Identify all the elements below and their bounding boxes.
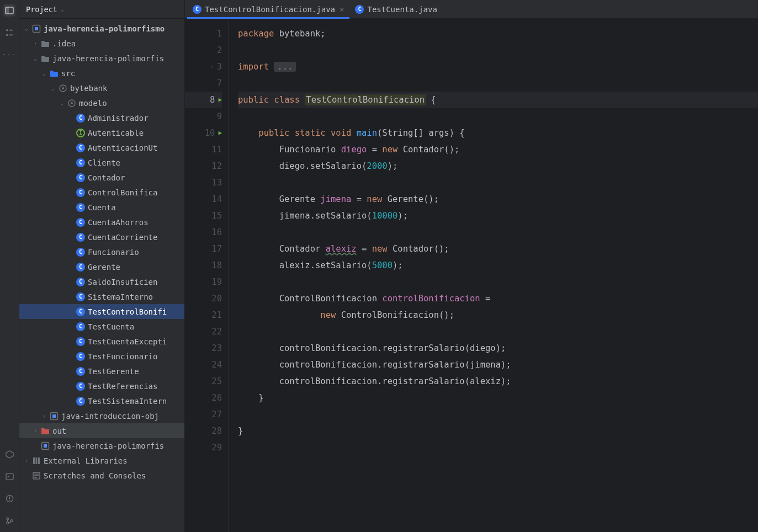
editor-tab[interactable]: TestControlBonificacion.java× [187, 0, 349, 19]
tree-chevron-icon[interactable]: ⌄ [49, 85, 57, 91]
code-line[interactable]: controlBonificacion.registrarSalario(die… [238, 340, 758, 357]
tree-item[interactable]: ›java-introduccion-obj [19, 408, 184, 423]
code-line[interactable]: jimena.setSalario(10000); [238, 208, 758, 224]
code-line[interactable]: Gerente jimena = new Gerente(); [238, 191, 758, 208]
editor-code[interactable]: package bytebank; import ... public clas… [229, 19, 758, 532]
tree-item[interactable]: Contador [19, 170, 184, 185]
code-line[interactable]: } [238, 390, 758, 406]
code-line[interactable]: ControlBonificacion controlBonificacion … [238, 290, 758, 307]
tree-item[interactable]: Cliente [19, 155, 184, 170]
tree-chevron-icon[interactable]: ⌄ [23, 25, 30, 31]
code-line[interactable]: controlBonificacion.registrarSalario(jim… [238, 357, 758, 373]
code-line[interactable] [238, 108, 758, 125]
tree-item[interactable]: ControlBonifica [19, 185, 184, 200]
tree-item[interactable]: SaldoInsuficien [19, 274, 184, 289]
code-line[interactable]: public static void main(String[] args) { [238, 125, 758, 141]
gutter-line[interactable]: 19 [185, 274, 222, 290]
more-tools-icon[interactable]: ··· [3, 49, 15, 61]
vcs-tool-icon[interactable] [3, 514, 15, 526]
tree-item[interactable]: TestGerente [19, 364, 184, 379]
gutter-line[interactable]: 15 [185, 208, 222, 224]
code-line[interactable]: alexiz.setSalario(5000); [238, 257, 758, 274]
gutter-line[interactable]: 23 [185, 340, 222, 357]
tree-item[interactable]: Gerente [19, 259, 184, 274]
tree-item[interactable]: ›.idea [19, 36, 184, 51]
gutter-line[interactable]: 14 [185, 191, 222, 208]
services-tool-icon[interactable] [3, 448, 15, 460]
code-line[interactable] [238, 323, 758, 340]
structure-tool-icon[interactable] [3, 26, 15, 39]
tree-item[interactable]: TestControlBonifi [19, 304, 184, 319]
code-line[interactable] [238, 174, 758, 191]
tree-item[interactable]: Administrador [19, 110, 184, 125]
tree-item[interactable]: TestSistemaIntern [19, 393, 184, 408]
code-line[interactable]: import ... [238, 58, 758, 75]
tree-chevron-icon[interactable]: ⌄ [58, 100, 66, 106]
tree-item[interactable]: ⌄modelo [19, 95, 184, 110]
tree-item[interactable]: CuentaAhorros [19, 215, 184, 230]
tree-item[interactable]: SistemaInterno [19, 289, 184, 304]
code-line[interactable] [238, 439, 758, 456]
code-line[interactable] [238, 224, 758, 241]
tree-chevron-icon[interactable]: › [40, 413, 48, 419]
tree-chevron-icon[interactable]: › [23, 457, 30, 464]
problems-tool-icon[interactable] [3, 492, 15, 504]
sidebar-header[interactable]: Project ⌄ [19, 0, 184, 19]
tree-item[interactable]: CuentaCorriente [19, 230, 184, 244]
gutter-line[interactable]: 17 [185, 241, 222, 257]
code-line[interactable]: Funcionario diego = new Contador(); [238, 141, 758, 158]
run-gutter-icon[interactable]: ▶ [218, 92, 222, 108]
project-tree[interactable]: ⌄java-herencia-polimorfismo›.idea⌄java-h… [19, 19, 184, 532]
tree-item[interactable]: TestCuenta [19, 319, 184, 334]
gutter-line[interactable]: 18 [185, 257, 222, 274]
gutter-line[interactable]: 21 [185, 307, 222, 323]
tree-item[interactable]: AutenticacionUt [19, 140, 184, 155]
tree-item[interactable]: TestReferencias [19, 379, 184, 393]
tree-item[interactable]: ⌄bytebank [19, 81, 184, 95]
gutter-line[interactable]: 25 [185, 373, 222, 390]
code-line[interactable]: Contador alexiz = new Contador(); [238, 241, 758, 257]
tree-chevron-icon[interactable]: ⌄ [31, 55, 39, 61]
tree-item[interactable]: Scratches and Consoles [19, 468, 184, 483]
tree-chevron-icon[interactable]: › [31, 40, 39, 46]
editor-tab[interactable]: TestCuenta.java [349, 0, 442, 19]
gutter-line[interactable]: 7 [185, 75, 222, 92]
code-line[interactable] [238, 274, 758, 290]
tree-item[interactable]: ⌄java-herencia-polimorfismo [19, 21, 184, 36]
tree-item[interactable]: ›out [19, 423, 184, 438]
code-line[interactable]: public class TestControlBonificacion { [238, 92, 758, 108]
gutter-line[interactable]: 13 [185, 174, 222, 191]
gutter-line[interactable]: 8▶ [185, 92, 222, 108]
code-line[interactable]: } [238, 423, 758, 439]
gutter-line[interactable]: 10▶ [185, 125, 222, 141]
tree-item[interactable]: ⌄java-herencia-polimorfis [19, 51, 184, 66]
project-tool-icon[interactable] [3, 4, 15, 17]
gutter-line[interactable]: 16 [185, 224, 222, 241]
tree-item[interactable]: ›External Libraries [19, 453, 184, 468]
run-gutter-icon[interactable]: ▶ [218, 125, 222, 141]
code-line[interactable] [238, 42, 758, 58]
gutter-line[interactable]: 26 [185, 390, 222, 406]
tree-item[interactable]: Cuenta [19, 200, 184, 215]
terminal-tool-icon[interactable] [3, 470, 15, 482]
gutter-line[interactable]: 27 [185, 406, 222, 423]
gutter-line[interactable]: 22 [185, 323, 222, 340]
close-icon[interactable]: × [340, 5, 344, 14]
tree-item[interactable]: Funcionario [19, 244, 184, 259]
fold-icon[interactable]: › [210, 58, 214, 75]
gutter-line[interactable]: 9 [185, 108, 222, 125]
tree-item[interactable]: ⌄src [19, 66, 184, 81]
gutter-line[interactable]: 29 [185, 439, 222, 456]
gutter-line[interactable]: 24 [185, 357, 222, 373]
gutter-line[interactable]: 11 [185, 141, 222, 158]
code-line[interactable]: controlBonificacion.registrarSalario(ale… [238, 373, 758, 390]
code-line[interactable] [238, 406, 758, 423]
tree-item[interactable]: TestCuentaExcepti [19, 334, 184, 349]
gutter-line[interactable]: ›3 [185, 58, 222, 75]
gutter-line[interactable]: 28 [185, 423, 222, 439]
gutter-line[interactable]: 20 [185, 290, 222, 307]
tree-item[interactable]: Autenticable [19, 125, 184, 140]
gutter-line[interactable]: 12 [185, 158, 222, 174]
code-line[interactable]: diego.setSalario(2000); [238, 158, 758, 174]
tree-chevron-icon[interactable]: ⌄ [40, 70, 48, 76]
